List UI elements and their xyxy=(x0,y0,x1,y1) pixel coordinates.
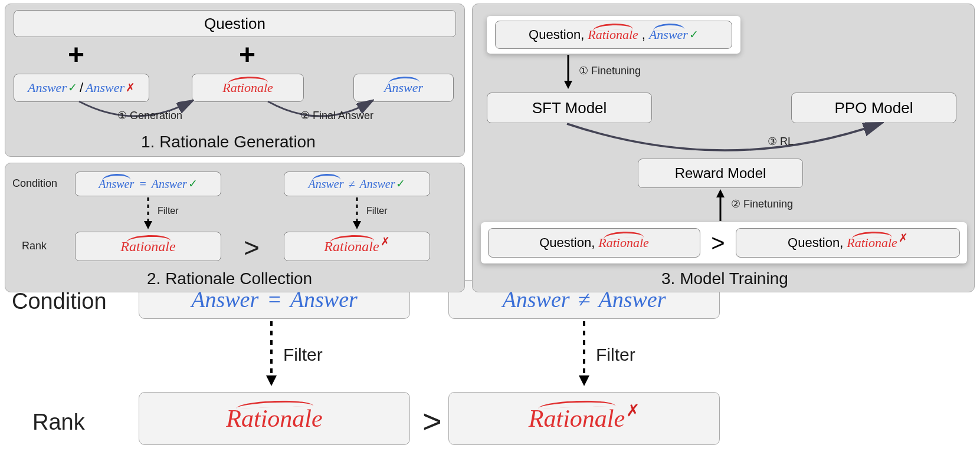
panel2-title: 2. Rationale Collection xyxy=(147,269,312,288)
pair-r2: Rationale xyxy=(847,235,897,251)
filter-label-2: Filter xyxy=(366,206,388,216)
answer-choice-box: Answer✓ / Answer✗ xyxy=(14,74,149,102)
cond-eq-right: Answer xyxy=(152,177,187,191)
bg-filter-2: Filter xyxy=(596,345,635,365)
bg-rationale-bad-text: Rationale xyxy=(529,404,625,433)
gt-sign-1: > xyxy=(244,232,260,263)
pair-q2: Question xyxy=(788,235,840,251)
rationale-bad-text: Rationale xyxy=(324,239,379,255)
slash: / xyxy=(80,80,83,95)
question-box: Question xyxy=(14,10,456,37)
panel-rationale-generation: Question + + Answer✓ / Answer✗ Rationale… xyxy=(5,4,465,157)
input-rationale: Rationale xyxy=(588,27,638,42)
cross-icon-3: ✗ xyxy=(899,232,908,245)
cond-eq-box: Answer = Answer✓ xyxy=(75,172,221,196)
gt-sign-2: > xyxy=(711,230,725,256)
check-icon-4: ✓ xyxy=(689,28,699,41)
eq-sign: = xyxy=(139,177,147,191)
plus-icon-1: + xyxy=(68,41,84,69)
bg-condition-label: Condition xyxy=(12,289,107,314)
cond-ne-right: Answer xyxy=(359,177,395,191)
bg-rank-label: Rank xyxy=(32,410,85,435)
rank-label: Rank xyxy=(22,240,47,252)
rationale-bad-box: Rationale ✗ xyxy=(284,232,430,261)
svg-marker-11 xyxy=(716,189,725,197)
input-question: Question xyxy=(529,27,581,42)
cross-icon: ✗ xyxy=(126,81,135,94)
rationale-tilde-text: Rationale xyxy=(222,80,273,95)
ppo-model-box: PPO Model xyxy=(791,93,956,123)
bg-rationale-good-text: Rationale xyxy=(226,404,322,433)
step3-label: ③ RL xyxy=(768,135,794,148)
step2-label: ② Final Answer xyxy=(300,109,373,122)
bg-rationale-bad: Rationale ✗ xyxy=(448,392,720,445)
svg-marker-5 xyxy=(144,221,152,229)
plus-icon-2: + xyxy=(239,41,255,69)
panel3-title: 3. Model Training xyxy=(661,269,788,288)
training-input-box: Question, Rationale, Answer✓ xyxy=(487,16,740,54)
arrow-finetune-1 xyxy=(561,55,575,90)
bg-dotted-arrow-1 xyxy=(263,321,280,386)
dotted-arrow-2 xyxy=(350,197,364,230)
filter-label-1: Filter xyxy=(158,206,179,216)
panel1-title: 1. Rationale Generation xyxy=(141,133,316,151)
ne-sign: ≠ xyxy=(349,177,355,191)
bg-gt: > xyxy=(422,402,442,440)
svg-marker-3 xyxy=(579,375,589,386)
rationale-good-text: Rationale xyxy=(120,239,175,255)
pair-r1: Rationale xyxy=(598,235,649,251)
ranking-pair-box: Question, Rationale > Question, Rational… xyxy=(481,222,967,263)
answer-correct-text: Answer xyxy=(28,80,67,95)
step1-label-p3: ① Finetuning xyxy=(579,64,641,77)
cross-icon-2: ✗ xyxy=(381,235,390,248)
check-icon: ✓ xyxy=(68,81,77,94)
svg-marker-7 xyxy=(353,221,361,229)
check-icon-3: ✓ xyxy=(396,177,405,190)
bg-dotted-arrow-2 xyxy=(575,321,593,386)
panel-rationale-collection: Condition Answer = Answer✓ Answer ≠ Answ… xyxy=(5,163,465,292)
svg-marker-9 xyxy=(564,81,572,89)
answer-tilde-text: Answer xyxy=(384,80,423,95)
answer-tilde-box: Answer xyxy=(353,74,454,102)
step2-label-p3: ② Finetuning xyxy=(731,197,793,210)
svg-marker-1 xyxy=(266,375,277,386)
rationale-tilde-box: Rationale xyxy=(192,74,304,102)
step1-label: ① Generation xyxy=(117,109,182,122)
cond-ne-box: Answer ≠ Answer✓ xyxy=(284,172,430,196)
answer-wrong-text: Answer xyxy=(86,80,124,95)
bg-rationale-good: Rationale xyxy=(139,392,410,445)
sft-model-box: SFT Model xyxy=(487,93,652,123)
check-icon-2: ✓ xyxy=(188,177,198,190)
input-answer: Answer xyxy=(649,27,688,42)
panel-model-training: Question, Rationale, Answer✓ ① Finetunin… xyxy=(472,4,975,292)
rationale-good-box: Rationale xyxy=(75,232,221,261)
bg-filter-1: Filter xyxy=(283,345,323,365)
arrow-finetune-2 xyxy=(713,189,727,222)
condition-label: Condition xyxy=(12,177,57,190)
cond-eq-left: Answer xyxy=(99,177,134,191)
dotted-arrow-1 xyxy=(141,197,155,230)
reward-model-box: Reward Model xyxy=(638,159,803,188)
cond-ne-left: Answer xyxy=(309,177,344,191)
bg-cross: ✗ xyxy=(626,401,640,420)
pair-q1: Question xyxy=(539,235,591,251)
